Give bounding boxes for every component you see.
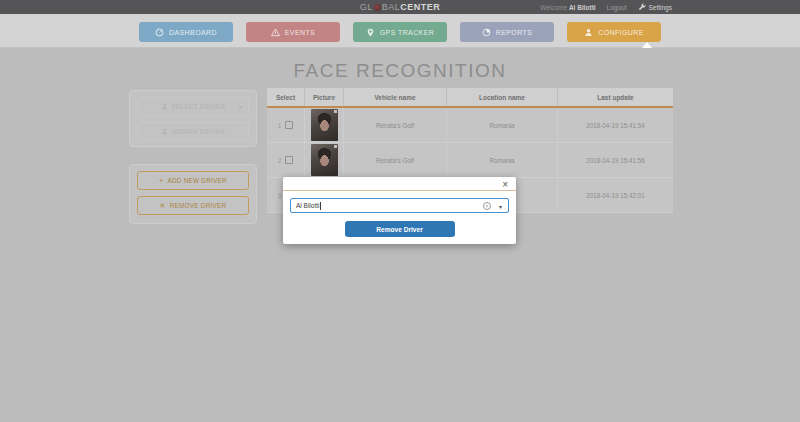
vehicle-name-cell: Renata's Golf [344, 143, 447, 177]
col-header-picture: Picture [305, 88, 344, 106]
logo-text-prefix: GL [360, 2, 373, 12]
settings-label: Settings [649, 4, 673, 11]
logout-link[interactable]: Logout [607, 4, 627, 11]
col-header-select: Select [267, 88, 305, 106]
select-driver-label: SELECT DRIVER [172, 103, 226, 110]
driver-photo [311, 144, 338, 176]
row-index: 2 [278, 157, 282, 164]
text-cursor [320, 202, 321, 210]
table-row: 1 Renata's Golf Romania 2018-04-19 15:41… [267, 108, 673, 143]
dropdown-caret-icon[interactable]: ▾ [499, 203, 502, 210]
last-update-cell: 2018-04-19 15:42:01 [558, 178, 673, 212]
add-new-driver-label: ADD NEW DRIVER [167, 177, 226, 184]
driver-manage-panel: + ADD NEW DRIVER ✕ REMOVE DRIVER [129, 164, 257, 224]
active-tab-notch [642, 42, 652, 48]
assign-driver-button[interactable]: ASSIGN DRIVER [137, 122, 249, 141]
top-header-bar: GLBALCENTER Welcome Al Bilotti Logout Se… [0, 0, 800, 14]
modal-divider [283, 190, 516, 191]
driver-input-value: Al Bilotti [296, 202, 319, 209]
warning-icon [271, 28, 280, 37]
select-driver-dropdown[interactable]: SELECT DRIVER ▾ [137, 97, 249, 116]
plus-icon: + [159, 177, 163, 184]
row-checkbox[interactable] [285, 156, 293, 164]
remove-driver-modal: × Al Bilotti × ▾ Remove Driver [283, 177, 516, 244]
person-icon [584, 28, 593, 37]
cross-icon: ✕ [160, 202, 166, 209]
gauge-icon [155, 28, 164, 37]
nav-label: CONFIGURE [598, 29, 644, 36]
last-update-cell: 2018-04-19 15:41:54 [558, 108, 673, 142]
nav-configure-button[interactable]: CONFIGURE [567, 22, 661, 42]
logo-text-mid: BAL [382, 2, 401, 12]
location-name-cell: Romania [447, 108, 558, 142]
wrench-icon [638, 3, 646, 11]
pie-chart-icon [482, 28, 491, 37]
col-header-location-name: Location name [447, 88, 558, 106]
remove-driver-button[interactable]: ✕ REMOVE DRIVER [137, 196, 249, 215]
driver-select-panel: SELECT DRIVER ▾ ASSIGN DRIVER [129, 90, 257, 147]
vehicle-name-cell: Renata's Golf [344, 108, 447, 142]
table-row: 2 Renata's Golf Romania 2018-04-19 15:41… [267, 143, 673, 178]
driver-photo [311, 109, 338, 141]
location-name-cell: Romania [447, 143, 558, 177]
nav-label: GPS TRACKER [380, 29, 434, 36]
col-header-last-update: Last update [558, 88, 673, 106]
page-title: FACE RECOGNITION [0, 60, 800, 82]
table-header-row: Select Picture Vehicle name Location nam… [267, 88, 673, 108]
nav-events-button[interactable]: EVENTS [246, 22, 340, 42]
location-pin-icon [366, 28, 375, 37]
user-name: Al Bilotti [569, 4, 596, 11]
remove-driver-label: REMOVE DRIVER [170, 202, 227, 209]
person-icon [161, 128, 168, 135]
app-logo: GLBALCENTER [0, 0, 800, 14]
row-index: 1 [278, 122, 282, 129]
col-header-vehicle-name: Vehicle name [344, 88, 447, 106]
settings-link[interactable]: Settings [638, 3, 673, 11]
person-icon [161, 103, 168, 110]
logo-o-icon [374, 4, 381, 11]
welcome-label: Welcome [540, 4, 569, 11]
nav-dashboard-button[interactable]: DASHBOARD [139, 22, 233, 42]
driver-select-input[interactable]: Al Bilotti × ▾ [290, 198, 509, 213]
row-index: 3 [278, 192, 282, 199]
assign-driver-label: ASSIGN DRIVER [172, 128, 225, 135]
nav-gps-tracker-button[interactable]: GPS TRACKER [353, 22, 447, 42]
modal-remove-driver-button[interactable]: Remove Driver [345, 221, 455, 237]
logo-text-suffix: CENTER [400, 2, 440, 12]
nav-label: EVENTS [285, 29, 315, 36]
chevron-down-icon: ▾ [239, 103, 242, 110]
nav-label: REPORTS [496, 29, 533, 36]
add-new-driver-button[interactable]: + ADD NEW DRIVER [137, 171, 249, 190]
nav-reports-button[interactable]: REPORTS [460, 22, 554, 42]
clear-input-icon[interactable]: × [483, 202, 491, 210]
last-update-cell: 2018-04-19 15:41:56 [558, 143, 673, 177]
row-checkbox[interactable] [285, 121, 293, 129]
welcome-text: Welcome Al Bilotti [540, 4, 596, 11]
nav-strip: DASHBOARD EVENTS GPS TRACKER REPORTS CON… [0, 14, 800, 48]
nav-label: DASHBOARD [169, 29, 217, 36]
